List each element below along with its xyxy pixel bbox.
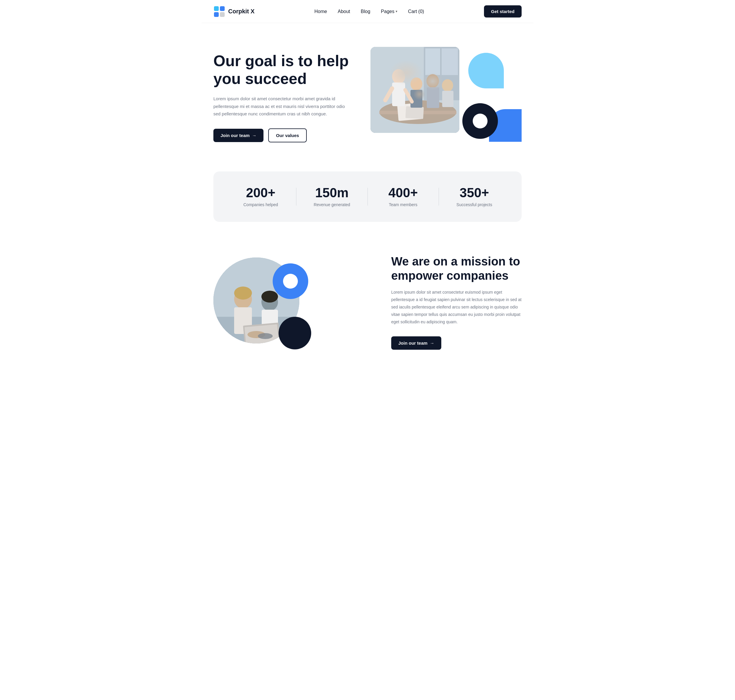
nav-links: Home About Blog Pages ▾ Cart (0) [314,9,424,14]
dark-donut-deco [462,103,498,139]
mission-content: We are on a mission to empower companies… [391,254,522,350]
logo[interactable]: Corpkit X [213,6,255,18]
dark-circle-deco [279,317,311,349]
svg-rect-15 [411,90,423,108]
svg-rect-1 [220,6,224,11]
navbar: Corpkit X Home About Blog Pages ▾ Cart (… [201,0,534,23]
svg-rect-11 [405,106,424,119]
join-team-button[interactable]: Join our team → [213,129,264,142]
svg-line-21 [405,90,412,102]
arrow-icon: → [252,133,256,138]
blue-circle-deco [468,53,504,88]
blue-donut-deco [273,263,308,299]
hero-image [370,47,459,133]
stat-label-companies: Companies helped [225,202,296,207]
hero-description: Lorem ipsum dolor sit amet consectetur m… [213,95,350,118]
svg-rect-7 [442,49,458,75]
hero-section: Our goal is to help you succeed Lorem ip… [201,23,534,166]
svg-rect-5 [424,47,459,100]
svg-rect-0 [214,6,219,11]
stat-number-revenue: 150m [296,186,367,199]
svg-point-16 [427,74,439,88]
chevron-down-icon: ▾ [396,9,398,13]
stat-label-team: Team members [368,202,439,207]
stat-label-projects: Successful projects [439,202,510,207]
nav-item-blog[interactable]: Blog [361,9,370,14]
svg-point-8 [379,100,456,124]
get-started-button[interactable]: Get started [484,5,522,18]
stat-companies: 200+ Companies helped [225,186,296,207]
svg-point-18 [442,79,453,92]
stat-number-companies: 200+ [225,186,296,199]
svg-rect-4 [370,47,459,133]
hero-content: Our goal is to help you succeed Lorem ip… [213,52,350,142]
hero-visual [362,47,522,148]
stat-label-revenue: Revenue generated [296,202,367,207]
stat-number-team: 400+ [368,186,439,199]
svg-rect-13 [392,82,405,106]
hero-title: Our goal is to help you succeed [213,52,350,88]
stat-projects: 350+ Successful projects [439,186,510,207]
mission-visual [213,251,373,352]
mission-join-team-button[interactable]: Join our team → [391,336,441,350]
svg-line-20 [385,88,392,100]
nav-item-pages[interactable]: Pages ▾ [381,9,397,14]
svg-rect-2 [214,12,219,17]
svg-rect-3 [220,12,224,17]
svg-rect-17 [427,87,439,108]
stats-section: 200+ Companies helped 150m Revenue gener… [213,171,522,222]
mission-title: We are on a mission to empower companies [391,254,522,283]
svg-point-12 [392,69,405,84]
office-photo [370,47,459,133]
nav-item-cart[interactable]: Cart (0) [408,9,424,14]
svg-rect-10 [397,103,422,121]
stat-number-projects: 350+ [439,186,510,199]
svg-point-14 [411,77,423,90]
our-values-button[interactable]: Our values [268,128,307,143]
svg-rect-9 [379,111,456,114]
svg-point-34 [258,333,273,339]
stat-revenue: 150m Revenue generated [296,186,367,207]
nav-item-home[interactable]: Home [314,9,327,14]
logo-icon [213,6,225,18]
logo-text: Corpkit X [228,8,255,15]
mission-description: Lorem ipsum dolor sit amet consectetur e… [391,288,522,326]
svg-point-27 [234,287,252,300]
stat-team: 400+ Team members [368,186,439,207]
arrow-icon: → [430,341,434,346]
svg-point-30 [261,291,278,303]
nav-item-about[interactable]: About [337,9,350,14]
svg-rect-19 [442,91,453,107]
mission-section: We are on a mission to empower companies… [201,240,534,376]
hero-buttons: Join our team → Our values [213,128,350,143]
svg-rect-6 [425,49,440,75]
